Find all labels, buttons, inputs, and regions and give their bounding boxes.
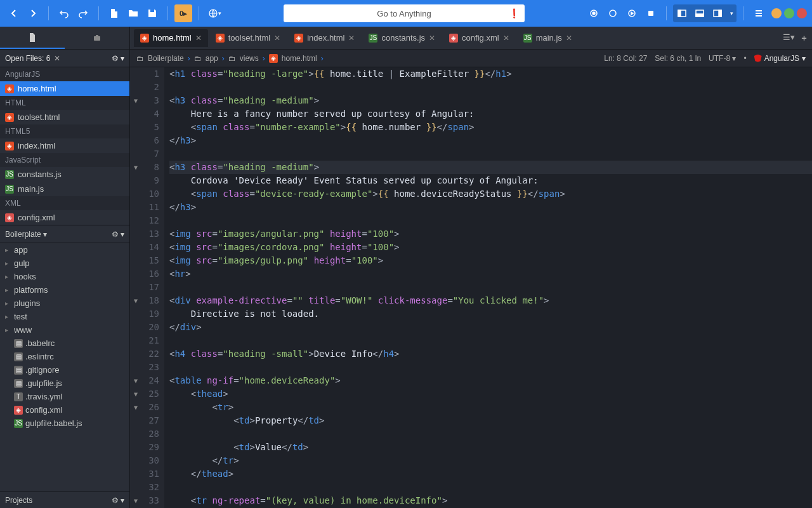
editor-tab[interactable]: ◈toolset.html✕ [209,29,287,47]
record-macro-button[interactable] [585,4,603,22]
close-tab-icon[interactable]: ✕ [566,34,572,43]
gear-icon[interactable]: ⚙ ▾ [112,496,124,505]
editor-tab[interactable]: JSmain.js✕ [517,29,579,47]
editor-tab[interactable]: ◈home.html✕ [134,29,208,47]
save-button[interactable] [143,4,161,22]
editor-tab[interactable]: ◈config.xml✕ [443,29,516,47]
code-line[interactable]: </tr> [169,454,812,467]
save-macro-button[interactable] [642,4,660,22]
breadcrumb-item[interactable]: home.html [282,54,317,63]
breadcrumb-item[interactable]: views [240,54,259,63]
code-line[interactable]: <img src="images/cordova.png" height="10… [169,241,812,254]
code-line[interactable]: <tr ng-repeat="(key, value) in home.devi… [169,494,812,507]
tree-item[interactable]: ▸test [0,310,129,323]
fold-toggle[interactable]: ▼ [134,161,138,174]
globe-button[interactable]: ▾ [206,4,223,22]
code-line[interactable] [169,281,812,294]
close-tab-icon[interactable]: ✕ [503,34,509,43]
tree-item[interactable]: T.travis.yml [0,390,129,403]
sync-button[interactable]: 0▸ [174,4,192,22]
open-file-button[interactable] [124,4,142,22]
tree-item[interactable]: JSgulpfile.babel.js [0,417,129,430]
gear-icon[interactable]: ⚙ ▾ [112,230,124,239]
open-file-item[interactable]: JSconstants.js [0,167,129,182]
encoding-selector[interactable]: UTF-8 ▾ [709,54,736,63]
code-line[interactable]: <hr> [169,267,812,281]
play-macro-button[interactable] [623,4,641,22]
menu-button[interactable] [750,4,768,22]
code-line[interactable]: Directive is not loaded. [169,307,812,321]
maximize-button[interactable] [784,8,794,18]
fold-toggle[interactable]: ▼ [134,94,138,107]
tree-item[interactable]: ▸plugins [0,297,129,310]
tabs-menu-icon[interactable]: ☰▾ [783,32,795,44]
new-tab-button[interactable]: ＋ [800,32,808,44]
fold-toggle[interactable]: ▼ [134,294,138,307]
back-button[interactable] [5,4,23,22]
code-line[interactable]: <h1 class="heading -large">{{ home.title… [169,67,812,81]
tree-item[interactable]: ◈config.xml [0,403,129,417]
code-line[interactable]: <h3 class="heading -medium"> [169,94,812,107]
code-line[interactable] [169,214,812,227]
open-file-item[interactable]: JSmain.js [0,182,129,196]
stop-macro-button[interactable] [604,4,622,22]
open-file-item[interactable]: ◈config.xml [0,210,129,225]
code-line[interactable] [169,361,812,374]
code-editor[interactable]: 12▼34567▼891011121314151617▼181920212223… [130,67,812,508]
tree-item[interactable]: ▤.eslintrc [0,350,129,363]
code-line[interactable]: <span class="number-example">{{ home.num… [169,121,812,134]
close-button[interactable] [797,8,807,18]
gear-icon[interactable]: ⚙ ▾ [112,54,124,63]
panel-dropdown[interactable]: ▾ [726,4,737,22]
code-line[interactable]: <td>Property</td> [169,414,812,427]
code-line[interactable]: <div example-directive="" title="WOW!" c… [169,294,812,307]
fold-toggle[interactable]: ▼ [134,374,138,387]
code-line[interactable]: </h3> [169,134,812,147]
tree-item[interactable]: ▸www [0,323,129,337]
open-file-item[interactable]: ◈toolset.html [0,110,129,124]
code-line[interactable]: </h3> [169,201,812,214]
close-tab-icon[interactable]: ✕ [348,34,355,43]
close-tab-icon[interactable]: ✕ [195,34,202,43]
fold-toggle[interactable]: ▼ [134,387,138,401]
minimize-button[interactable] [771,8,782,18]
code-line[interactable]: <tr> [169,401,812,414]
goto-anything-input[interactable]: Go to Anything ❗ [284,4,525,22]
code-line[interactable] [169,81,812,94]
close-all-files[interactable]: ✕ [54,54,60,63]
undo-button[interactable] [55,4,73,22]
code-line[interactable]: Here is a fancy number served up courtes… [169,107,812,121]
code-line[interactable]: <thead> [169,387,812,401]
redo-button[interactable] [74,4,92,22]
code-line[interactable]: </thead> [169,467,812,481]
close-tab-icon[interactable]: ✕ [274,34,280,43]
code-line[interactable]: <img src="images/angular.png" height="10… [169,227,812,241]
projects-footer[interactable]: Projects ⚙ ▾ [0,491,129,508]
bottom-panel-toggle[interactable] [691,4,709,22]
code-line[interactable]: <span class="device-ready-example">{{ ho… [169,187,812,201]
right-panel-toggle[interactable] [709,4,726,22]
breadcrumb[interactable]: 🗀Boilerplate›🗀app›🗀views›◈home.html› [136,54,324,63]
tree-item[interactable]: ▸hooks [0,270,129,283]
code-line[interactable]: <h4 class="heading -small">Device Info</… [169,347,812,361]
code-line[interactable] [169,147,812,161]
tree-item[interactable]: ▸gulp [0,257,129,270]
tree-item[interactable]: ▤.gitignore [0,363,129,377]
open-file-item[interactable]: ◈index.html [0,138,129,153]
code-line[interactable] [169,334,812,347]
close-tab-icon[interactable]: ✕ [429,34,435,43]
sidebar-tab-files[interactable] [0,27,65,49]
new-file-button[interactable] [105,4,123,22]
project-header[interactable]: Boilerplate ▾ ⚙ ▾ [0,225,129,243]
code-line[interactable] [169,481,812,494]
editor-tab[interactable]: ◈index.html✕ [288,29,361,47]
code-line[interactable]: <td>Value</td> [169,441,812,454]
open-file-item[interactable]: ◈home.html [0,81,129,96]
fold-toggle[interactable]: ▼ [134,494,138,507]
code-line[interactable]: Cordova 'Device Ready' Event Status serv… [169,174,812,187]
editor-tab[interactable]: JSconstants.js✕ [362,29,442,47]
sidebar-tab-tools[interactable] [65,27,129,49]
code-line[interactable]: <img src="images/gulp.png" height="100"> [169,254,812,267]
fold-toggle[interactable]: ▼ [134,401,138,414]
code-line[interactable] [169,427,812,441]
